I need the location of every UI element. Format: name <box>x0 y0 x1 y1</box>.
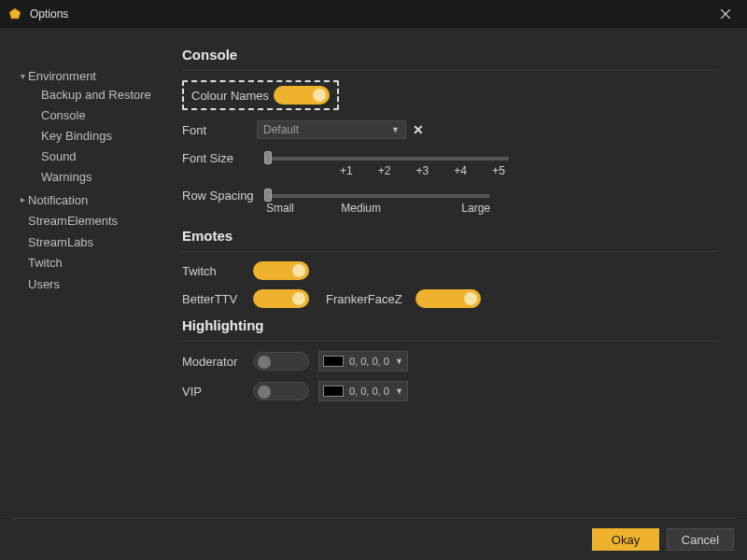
sidebar-item-key-bindings[interactable]: Key Bindings <box>41 126 167 147</box>
row-spacing-label: Row Spacing <box>182 187 257 203</box>
sidebar-item-console[interactable]: Console <box>41 105 167 126</box>
divider <box>182 341 719 342</box>
chevron-down-icon: ▾ <box>17 68 28 85</box>
sidebar-item-streamelements[interactable]: StreamElements <box>0 210 173 231</box>
row-spacing-slider[interactable] <box>266 194 490 198</box>
sidebar-item-backup-and-restore[interactable]: Backup and Restore <box>41 85 167 105</box>
moderator-color-picker[interactable]: 0, 0, 0, 0 ▼ <box>318 351 408 371</box>
section-title-emotes: Emotes <box>182 228 719 244</box>
footer: Okay Cancel <box>0 519 747 560</box>
font-label: Font <box>182 123 257 137</box>
color-swatch-icon <box>323 356 344 367</box>
font-size-slider[interactable] <box>266 157 509 161</box>
sidebar: ▾Environment Backup and Restore Console … <box>0 28 173 518</box>
divider <box>182 251 719 252</box>
chevron-down-icon: ▼ <box>395 357 403 366</box>
moderator-toggle[interactable] <box>253 352 309 371</box>
divider <box>182 70 719 71</box>
betterttv-label: BetterTTV <box>182 292 244 306</box>
sidebar-item-warnings[interactable]: Warnings <box>41 167 167 188</box>
font-size-label: Font Size <box>182 149 257 165</box>
colour-names-toggle[interactable] <box>274 86 330 105</box>
sidebar-item-streamlabs[interactable]: StreamLabs <box>0 231 173 253</box>
font-clear-button[interactable]: ✕ <box>410 121 427 138</box>
vip-toggle[interactable] <box>253 382 309 400</box>
chevron-right-icon: ▸ <box>17 191 28 208</box>
section-title-console: Console <box>182 47 719 63</box>
window-title: Options <box>30 7 712 21</box>
okay-button[interactable]: Okay <box>592 528 659 551</box>
titlebar: Options <box>0 0 747 28</box>
betterttv-toggle[interactable] <box>253 289 309 308</box>
moderator-label: Moderator <box>182 355 244 369</box>
chevron-down-icon: ▼ <box>391 125 400 134</box>
sidebar-item-users[interactable]: Users <box>0 273 173 295</box>
frankerfacez-label: FrankerFaceZ <box>326 292 402 306</box>
sidebar-item-environment[interactable]: ▾Environment Backup and Restore Console … <box>0 65 173 189</box>
main-panel: Console Colour Names Font Default ▼ ✕ Fo… <box>173 28 747 518</box>
cancel-button[interactable]: Cancel <box>667 528 734 551</box>
vip-color-picker[interactable]: 0, 0, 0, 0 ▼ <box>318 381 408 401</box>
vip-label: VIP <box>182 385 244 399</box>
options-window: Options ▾Environment Backup and Restore … <box>0 0 747 560</box>
chevron-down-icon: ▼ <box>395 386 403 396</box>
colour-names-label: Colour Names <box>191 89 274 103</box>
sidebar-item-sound[interactable]: Sound <box>41 147 167 167</box>
svg-marker-0 <box>9 8 21 19</box>
colour-names-highlight: Colour Names <box>182 80 339 110</box>
sidebar-item-twitch[interactable]: Twitch <box>0 252 173 273</box>
font-select[interactable]: Default ▼ <box>257 120 406 139</box>
sidebar-item-notification[interactable]: ▸Notification <box>0 189 173 211</box>
color-swatch-icon <box>323 385 344 397</box>
app-icon <box>7 7 22 21</box>
twitch-label: Twitch <box>182 264 244 278</box>
twitch-emotes-toggle[interactable] <box>253 261 309 280</box>
frankerfacez-toggle[interactable] <box>416 289 481 308</box>
close-button[interactable] <box>712 0 740 28</box>
section-title-highlighting: Highlighting <box>182 317 719 333</box>
